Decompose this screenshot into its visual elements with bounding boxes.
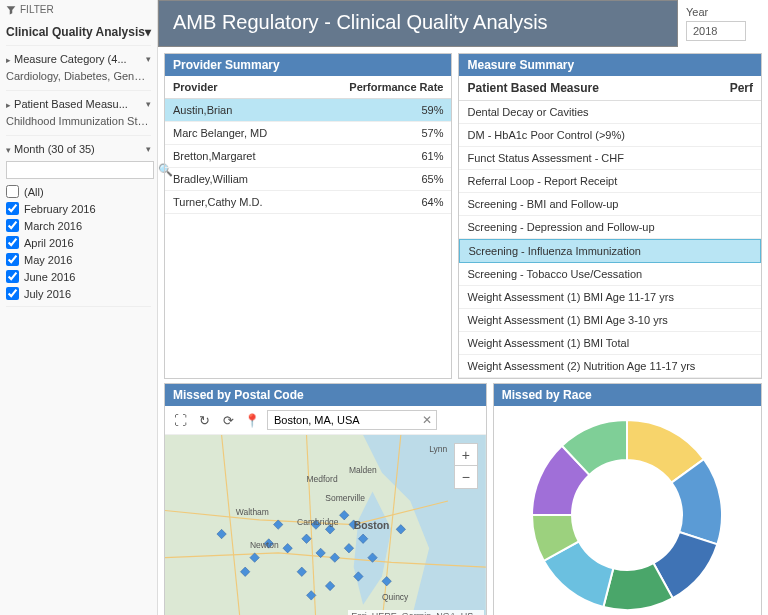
patient-measure-values: Childhood Immunization Statu... (6, 113, 151, 131)
month-checkbox[interactable] (6, 202, 19, 215)
measure-category-values: Cardiology, Diabetes, General... (6, 68, 151, 86)
month-all-checkbox[interactable] (6, 185, 19, 198)
map-panel: Missed by Postal Code ⛶ ↻ ⟳ 📍 ✕ (164, 383, 487, 615)
table-row[interactable]: Bradley,William65% (165, 168, 451, 191)
map-label: Somerville (325, 493, 365, 503)
month-item[interactable]: March 2016 (6, 217, 151, 234)
filter-header: FILTER (6, 2, 151, 19)
table-row[interactable]: Bretton,Margaret61% (165, 145, 451, 168)
measure-row[interactable]: Weight Assessment (1) BMI Age 3-10 yrs (459, 309, 761, 332)
map-title: Missed by Postal Code (165, 384, 486, 406)
map-label: Medford (307, 474, 338, 484)
race-donut-chart[interactable] (527, 415, 727, 615)
caret-down-icon: ▾ (146, 99, 151, 109)
main-content: AMB Regulatory - Clinical Quality Analys… (158, 0, 768, 615)
map-label: Lynn (429, 444, 447, 454)
patient-measure-expand[interactable]: ▸ Patient Based Measu... ▾ (6, 95, 151, 113)
map-search-input[interactable] (272, 412, 422, 428)
caret-down-icon: ▾ (146, 54, 151, 64)
map-label: Malden (349, 465, 377, 475)
filter-icon (6, 5, 16, 15)
measure-row[interactable]: Weight Assessment (2) Nutrition Age 11-1… (459, 355, 761, 378)
map-label: Newton (250, 540, 279, 550)
zoom-in-button[interactable]: + (455, 444, 477, 466)
caret-right-icon: ▸ (6, 55, 11, 65)
page-title: AMB Regulatory - Clinical Quality Analys… (158, 0, 678, 47)
map-label: Waltham (236, 507, 269, 517)
map-rotate-icon[interactable]: ↻ (195, 411, 213, 429)
col-provider[interactable]: Provider (165, 76, 308, 99)
month-item[interactable]: May 2016 (6, 251, 151, 268)
filter-label: FILTER (20, 4, 54, 15)
month-item[interactable]: July 2016 (6, 285, 151, 302)
clear-icon[interactable]: ✕ (422, 413, 432, 427)
provider-summary-panel: Provider Summary Provider Performance Ra… (164, 53, 452, 379)
col-patient-measure[interactable]: Patient Based Measure (467, 81, 598, 95)
caret-right-icon: ▸ (6, 100, 11, 110)
month-item[interactable]: February 2016 (6, 200, 151, 217)
caret-down-icon: ▾ (6, 145, 11, 155)
month-item[interactable]: April 2016 (6, 234, 151, 251)
month-expand[interactable]: ▾ Month (30 of 35) ▾ (6, 140, 151, 158)
race-title: Missed by Race (494, 384, 761, 406)
month-checkbox[interactable] (6, 236, 19, 249)
month-checkbox[interactable] (6, 287, 19, 300)
year-label: Year (686, 6, 760, 18)
caret-down-icon: ▾ (145, 25, 151, 39)
measure-row[interactable]: Funct Status Assessment - CHF (459, 147, 761, 170)
measure-summary-title: Measure Summary (459, 54, 761, 76)
map-label: Boston (354, 520, 390, 531)
year-filter: Year 2018 (678, 0, 768, 47)
caret-down-icon: ▾ (146, 144, 151, 154)
measure-row[interactable]: DM - HbA1c Poor Control (>9%) (459, 124, 761, 147)
measure-row[interactable]: Screening - BMI and Follow-up (459, 193, 761, 216)
month-checkbox[interactable] (6, 219, 19, 232)
map-label: Quincy (382, 592, 409, 602)
measure-row[interactable]: Screening - Tobacco Use/Cessation (459, 263, 761, 286)
measure-summary-panel: Measure Summary Patient Based Measure Pe… (458, 53, 762, 379)
table-row[interactable]: Marc Belanger, MD57% (165, 122, 451, 145)
map-pin-icon[interactable]: 📍 (243, 411, 261, 429)
map-attribution: Esri, HERE, Garmin, NGA, US... (348, 610, 484, 615)
col-perf[interactable]: Perf (730, 81, 753, 95)
month-all[interactable]: (All) (6, 183, 151, 200)
measure-row[interactable]: Weight Assessment (1) BMI Age 11-17 yrs (459, 286, 761, 309)
zoom-out-button[interactable]: − (455, 466, 477, 488)
measure-row[interactable]: Dental Decay or Cavities (459, 101, 761, 124)
provider-summary-title: Provider Summary (165, 54, 451, 76)
measure-row[interactable]: Weight Assessment (1) BMI Total (459, 332, 761, 355)
month-checkbox[interactable] (6, 270, 19, 283)
map-refresh-icon[interactable]: ⟳ (219, 411, 237, 429)
map-canvas[interactable]: LynnMaldenMedfordWalthamSomervilleCambri… (165, 435, 486, 615)
race-panel: Missed by Race (493, 383, 762, 615)
month-search-input[interactable] (6, 161, 154, 179)
measure-row[interactable]: Screening - Depression and Follow-up (459, 216, 761, 239)
filter-sidebar: FILTER Clinical Quality Analysis ▾ ▸ Mea… (0, 0, 158, 615)
sidebar-main-title[interactable]: Clinical Quality Analysis ▾ (6, 23, 151, 41)
table-row[interactable]: Austin,Brian59% (165, 99, 451, 122)
measure-row[interactable]: Referral Loop - Report Receipt (459, 170, 761, 193)
month-checkbox[interactable] (6, 253, 19, 266)
measure-row[interactable]: Screening - Influenza Immunization (459, 239, 761, 263)
month-item[interactable]: June 2016 (6, 268, 151, 285)
measure-category-expand[interactable]: ▸ Measure Category (4... ▾ (6, 50, 151, 68)
table-row[interactable]: Turner,Cathy M.D.64% (165, 191, 451, 214)
map-extent-icon[interactable]: ⛶ (171, 411, 189, 429)
col-performance-rate[interactable]: Performance Rate (308, 76, 451, 99)
year-value[interactable]: 2018 (686, 21, 746, 41)
map-label: Cambridge (297, 517, 339, 527)
